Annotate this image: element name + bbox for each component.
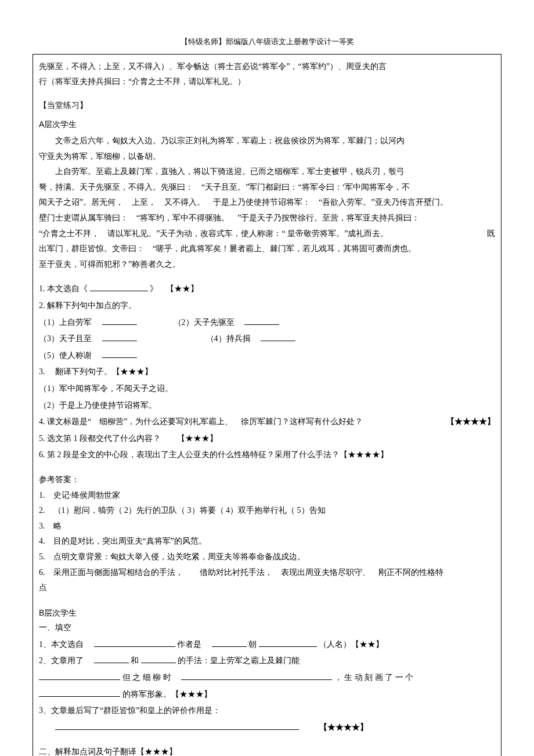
- blank: [55, 722, 299, 730]
- bq2-e: ， 生 动 刻 画 了 一 个: [334, 673, 414, 682]
- q2-1-text: （1）上自劳军: [39, 318, 92, 327]
- blank: [102, 333, 137, 341]
- question-3-1: （1）军中闻将军令，不闻天子之诏。: [39, 381, 495, 397]
- question-2-1: （1）上自劳军 （2）天子先驱至: [39, 315, 495, 331]
- question-2: 2. 解释下列句中加点的字。: [39, 298, 495, 314]
- bq2-f: 的将军形象。【★★★】: [122, 690, 212, 699]
- q2-5-text: （5）使人称谢: [39, 351, 92, 360]
- bq1-c: 朝: [248, 640, 257, 649]
- b-section-2: 二、解释加点词及句子翻译【★★★】: [39, 744, 495, 756]
- level-a-title: A层次学生: [39, 117, 495, 132]
- bq1-a: 1、本文选自: [39, 640, 84, 649]
- answer-6b: 点: [39, 580, 495, 596]
- question-3: 3. 翻译下列句子。【★★★】: [39, 364, 495, 380]
- blank: [141, 655, 176, 663]
- b-question-3-line2: 【★★★★】: [39, 720, 495, 736]
- answers-title: 参考答案：: [39, 472, 495, 488]
- question-4: 4. 课文标题是“ 细柳营”，为什么还要写刘礼军霸上、 徐厉军棘门？这样写有什么…: [39, 414, 495, 430]
- passage-text: “介胄之士不拜， 请以军礼见。”天子为动，改容式车，使人称谢：“ 皇帝敬劳将军。…: [39, 229, 388, 238]
- b-question-2-line1: 2、文章用了 和 的手法：皇上劳军之霸上及棘门能: [39, 653, 495, 669]
- answer-1: 1. 史记·绛侯周勃世家: [39, 488, 495, 504]
- question-1: 1. 本文选自《 》 【★★】: [39, 281, 495, 297]
- b-question-3-line1: 3、文章最后写了“群臣皆惊”和皇上的评价作用是：: [39, 703, 495, 719]
- question-5: 5. 选文第 1 段都交代了什么内容？ 【★★★】: [39, 431, 495, 447]
- bq1-b: 作者是: [177, 640, 201, 649]
- question-6: 6. 第 2 段是全文的中心段，表现出了主人公亚夫的什么性格特征？采用了什么手法…: [39, 447, 495, 463]
- blank: [259, 639, 317, 647]
- blank: [94, 655, 129, 663]
- passage-line: 出军门，群臣皆惊。文帝曰： “嗟乎，此真将军矣！曩者霸上、棘门军，若儿戏耳，其将…: [39, 241, 495, 257]
- blank: [181, 672, 332, 680]
- answer-5: 5. 点明文章背景：匈奴大举入侵，边关吃紧，周亚夫等将奉命备战戍边。: [39, 549, 495, 565]
- q4-text: 4. 课文标题是“ 细柳营”，为什么还要写刘礼军霸上、 徐厉军棘门？这样写有什么…: [39, 417, 363, 426]
- question-2-5: （5）使人称谢: [39, 348, 495, 364]
- b-question-2-line2: 但 之 细 柳 时 ， 生 动 刻 画 了 一 个: [39, 670, 495, 686]
- passage-line: 壁门士吏谓从属车骑曰： “将军约，军中不得驱驰。 ”于是天子乃按辔徐行。至营，将…: [39, 211, 495, 226]
- bq1-d: （人名）【★★】: [319, 640, 384, 649]
- blank: [39, 689, 120, 697]
- blank: [94, 639, 175, 647]
- passage-text-right: 既: [487, 226, 495, 242]
- question-2-3: （3）天子且至 （4）持兵揖: [39, 331, 495, 347]
- b-section-1: 一、填空: [39, 620, 495, 636]
- q2-2-text: （2）天子先驱至: [174, 318, 234, 327]
- practice-section-title: 【当堂练习】: [39, 98, 495, 114]
- blank: [244, 317, 279, 325]
- blank: [90, 283, 148, 291]
- q4-stars: 【★★★★】: [446, 414, 495, 430]
- blank: [102, 317, 137, 325]
- level-b-title: B层次学生: [39, 605, 495, 621]
- q2-3-text: （3）天子且至: [39, 334, 92, 343]
- passage-line: 至于亚夫，可得而犯邪？”称善者久之。: [39, 257, 495, 273]
- answer-2: 2. （1）慰问，犒劳（ 2）先行的卫队（ 3）将要（ 4）双手抱举行礼（ 5）…: [39, 503, 495, 519]
- passage-line: 闻天子之诏”。居无何， 上至， 又不得入。 于是上乃使使持节诏将军： “吾欲入劳…: [39, 195, 495, 211]
- passage-line: “介胄之士不拜， 请以军礼见。”天子为动，改容式车，使人称谢：“ 皇帝敬劳将军。…: [39, 226, 495, 242]
- q1-text-a: 1. 本文选自《: [39, 284, 88, 293]
- b-question-1: 1、本文选自 作者是 朝 （人名）【★★】: [39, 637, 495, 653]
- blank: [39, 672, 120, 680]
- passage-line: 弩，持满。天子先驱至，不得入。先驱曰： “天子且至。”军门都尉曰：“将军令曰：‘…: [39, 180, 495, 196]
- bq2-c: 的手法：皇上劳军之霸上及棘门能: [178, 656, 300, 665]
- blank: [102, 350, 137, 358]
- q1-text-b: 》 【★★】: [150, 284, 199, 293]
- b-question-2-line3: 的将军形象。【★★★】: [39, 687, 495, 703]
- answer-3: 3. 略: [39, 519, 495, 534]
- bq2-b: 和: [131, 656, 139, 665]
- bq3-stars: 【★★★★】: [319, 723, 368, 732]
- content-frame: 先驱至，不得入；上至，又不得入）、军令畅达（将士言必说“将军令”，“将军约”）、…: [33, 54, 501, 756]
- passage-a: 文帝之后六年，匈奴大入边。乃以宗正刘礼为将军，军霸上；祝兹侯徐厉为将军，军棘门；…: [39, 133, 495, 272]
- page-header: 【特级名师】部编版八年级语文上册教学设计一等奖: [33, 35, 501, 49]
- passage-line: 上自劳军。至霸上及棘门军，直驰入，将以下骑送迎。已而之细柳军，军士吏被甲，锐兵刃…: [39, 164, 495, 180]
- intro-line-2: 行（将军亚夫持兵揖曰：“介胄之士不拜，请以军礼见。）: [39, 74, 495, 90]
- answer-6a: 6. 采用正面与侧面描写相结合的手法， 借助对比衬托手法， 表现出周亚夫恪尽职守…: [39, 565, 495, 581]
- blank: [261, 333, 295, 341]
- bq2-d: 但 之 细 柳 时: [122, 673, 171, 682]
- blank: [212, 639, 247, 647]
- passage-line: 文帝之后六年，匈奴大入边。乃以宗正刘礼为将军，军霸上；祝兹侯徐厉为将军，军棘门；…: [39, 133, 495, 149]
- answer-4: 4. 目的是对比，突出周亚夫“真将军”的风范。: [39, 534, 495, 549]
- passage-line: 守亚夫为将军，军细柳，以备胡。: [39, 149, 495, 165]
- bq2-a: 2、文章用了: [39, 656, 84, 665]
- question-3-2: （2）于是上乃使使持节诏将军。: [39, 398, 495, 414]
- intro-line-1: 先驱至，不得入；上至，又不得入）、军令畅达（将士言必说“将军令”，“将军约”）、…: [39, 59, 495, 75]
- q2-4-text: （4）持兵揖: [206, 334, 251, 343]
